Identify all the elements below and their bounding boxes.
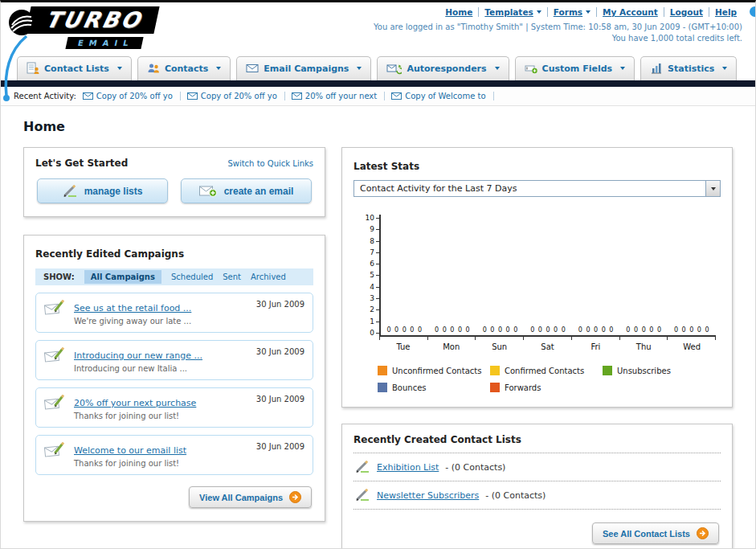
recently-edited-campaigns-panel: Recently Edited Campaigns SHOW: All Camp… [23, 235, 325, 522]
switch-to-quick-links-link[interactable]: Switch to Quick Links [227, 159, 313, 168]
legend-item: Unsubscribes [603, 366, 715, 375]
recent-activity-link[interactable]: 20% off your next [305, 92, 377, 100]
y-axis-tick: 9 [358, 226, 379, 233]
pencil-icon [355, 461, 370, 473]
show-label: SHOW: [43, 272, 75, 281]
pencil-icon [63, 185, 78, 198]
chart-values: 0 0 0 0 0 [386, 327, 423, 335]
y-axis-tick: 8 [358, 238, 379, 245]
logo-line2: EMAIL [65, 37, 143, 49]
get-started-title: Let's Get Started [35, 158, 128, 169]
contact-list-count: - (0 Contacts) [445, 462, 505, 473]
y-axis-tick: 1 [358, 318, 379, 326]
y-axis-tick: 6 [358, 260, 379, 268]
chart-x-labels: TueMonSunSatFriThuWed [379, 342, 716, 351]
caret-down-icon [586, 10, 590, 14]
filter-tab-scheduled[interactable]: Scheduled [171, 272, 213, 281]
contact-list-count: - (0 Contacts) [485, 490, 546, 501]
filter-tab-archived[interactable]: Archived [251, 272, 286, 281]
contact-activity-chart: 109876543210 0 0 0 0 00 0 0 0 00 0 0 0 0… [353, 215, 721, 392]
manage-lists-button[interactable]: manage lists [37, 178, 168, 203]
chart-day-group: 0 0 0 0 0 [381, 327, 429, 335]
chart-day-group: 0 0 0 0 0 [476, 327, 525, 335]
x-axis-label: Tue [379, 342, 427, 351]
campaign-title-link[interactable]: 20% off your next purchase [74, 398, 196, 408]
campaign-row: See us at the retail food ... We're givi… [35, 293, 313, 333]
recent-activity-item: Copy of 20% off yo [83, 92, 181, 100]
campaign-title-link[interactable]: See us at the retail food ... [74, 303, 191, 313]
see-all-contact-lists-button[interactable]: See All Contact Lists [592, 522, 719, 544]
nav-tab-email-campaigns[interactable]: Email Campaigns [236, 56, 371, 80]
legend-swatch [490, 366, 500, 375]
orange-arrow-icon [697, 527, 709, 539]
latest-stats-panel: Latest Stats Contact Activity for the La… [341, 147, 733, 408]
chart-values: 0 0 0 0 0 [578, 327, 615, 335]
page: TURBO EMAIL Home Templates Forms My Acco… [0, 0, 756, 549]
pencil-icon [355, 489, 370, 502]
link-logout[interactable]: Logout [664, 7, 709, 17]
credits-info: You have 1,000 total credits left. [374, 34, 742, 43]
campaign-date: 30 Jun 2009 [256, 347, 304, 356]
statistics-icon [650, 62, 663, 75]
y-axis-tick: 0 [358, 330, 379, 337]
caret-down-icon [537, 10, 541, 14]
legend-swatch [378, 383, 387, 392]
x-axis-label: Wed [668, 342, 716, 351]
campaign-row: Welcome to our email list Thanks for joi… [35, 435, 313, 475]
campaign-subtitle: Thanks for joining our list! [74, 412, 196, 420]
chart-day-group: 0 0 0 0 0 [572, 327, 620, 335]
nav-tab-contacts[interactable]: Contacts [137, 56, 231, 80]
link-home[interactable]: Home [439, 7, 479, 17]
nav-tab-autoresponders[interactable]: Autoresponders [377, 56, 509, 80]
campaign-subtitle: Thanks for joining our list! [74, 459, 186, 468]
campaign-row: 20% off your next purchase Thanks for jo… [35, 387, 313, 428]
campaign-subtitle: We're giving away our late ... [74, 317, 191, 326]
get-started-panel: Let's Get Started Switch to Quick Links … [23, 147, 325, 217]
link-my-account[interactable]: My Account [597, 7, 664, 17]
chart-values: 0 0 0 0 0 [435, 327, 471, 335]
nav-tab-contact-lists[interactable]: Contact Lists [17, 56, 132, 80]
campaign-date: 30 Jun 2009 [256, 395, 304, 404]
envelope-icon [187, 92, 198, 100]
contact-list-link[interactable]: Newsletter Subscribers [377, 490, 479, 501]
envelope-icon [391, 92, 402, 100]
filter-tab-sent[interactable]: Sent [223, 272, 241, 281]
nav-tab-custom-fields[interactable]: Custom Fields [515, 56, 635, 80]
create-email-button[interactable]: create an email [181, 178, 312, 203]
email-campaigns-icon [246, 62, 259, 75]
chart-day-group: 0 0 0 0 0 [525, 327, 573, 335]
autoresponders-icon [386, 62, 402, 75]
select-arrow-icon [705, 181, 720, 196]
contact-list-row: Newsletter Subscribers - (0 Contacts) [353, 481, 721, 510]
chart-x-ticks [379, 337, 716, 340]
campaign-title-link[interactable]: Introducing our new range ... [74, 350, 202, 361]
envelope-pencil-icon [44, 299, 66, 317]
chart-day-group: 0 0 0 0 0 [620, 327, 668, 335]
campaign-date: 30 Jun 2009 [256, 442, 304, 451]
caret-down-icon [495, 67, 500, 70]
campaign-subtitle: Introducing our new Italia ... [74, 364, 202, 373]
main-content: Home Let's Get Started Switch to Quick L… [1, 106, 755, 549]
latest-stats-title: Latest Stats [353, 161, 419, 172]
x-axis-label: Fri [571, 342, 619, 351]
legend-item: Bounces [378, 383, 490, 392]
stats-range-select[interactable]: Contact Activity for the Last 7 Days [353, 180, 721, 197]
filter-tab-all-campaigns[interactable]: All Campaigns [84, 270, 161, 284]
campaign-title-link[interactable]: Welcome to our email list [74, 445, 186, 456]
link-templates[interactable]: Templates [479, 7, 547, 17]
recent-activity-bar: Recent Activity: Copy of 20% off yo Copy… [1, 87, 755, 106]
recent-activity-link[interactable]: Copy of Welcome to [405, 92, 485, 100]
view-all-campaigns-button[interactable]: View All Campaigns [189, 486, 312, 508]
recent-activity-link[interactable]: Copy of 20% off yo [201, 92, 277, 100]
campaign-date: 30 Jun 2009 [256, 300, 304, 309]
recent-activity-item: 20% off your next [292, 92, 385, 100]
nav-tab-statistics[interactable]: Statistics [640, 56, 737, 80]
link-help[interactable]: Help [709, 7, 742, 17]
envelope-pencil-icon [44, 346, 66, 364]
recent-activity-link[interactable]: Copy of 20% off yo [96, 92, 173, 100]
y-axis-tick: 10 [358, 215, 379, 222]
recent-activity-item: Copy of 20% off yo [187, 92, 285, 100]
legend-item: Confirmed Contacts [490, 366, 603, 375]
contact-list-link[interactable]: Exhibition List [377, 462, 439, 473]
link-forms[interactable]: Forms [548, 7, 597, 17]
